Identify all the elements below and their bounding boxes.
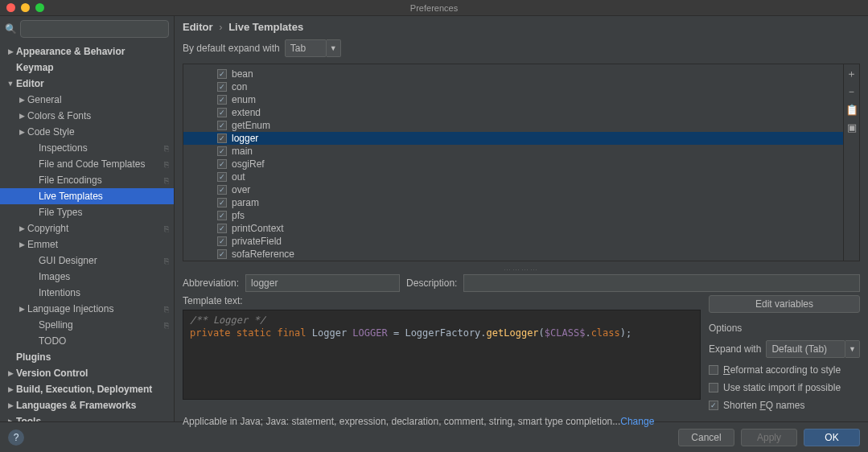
tree-item[interactable]: ▶Intentions (0, 285, 174, 301)
change-context-link[interactable]: Change (620, 416, 654, 427)
template-item[interactable]: ✓con (183, 80, 843, 93)
tree-item[interactable]: ▶Appearance & Behavior (0, 43, 174, 60)
apply-button[interactable]: Apply (741, 429, 797, 446)
expand-with-inner-select[interactable]: Default (Tab) (766, 340, 845, 358)
tree-item[interactable]: ▶Live Templates (0, 188, 174, 204)
tree-arrow-icon: ▶ (18, 240, 26, 249)
tree-item[interactable]: ▶GUI Designer⎘ (0, 253, 174, 269)
tree-item[interactable]: ▶File Types (0, 204, 174, 220)
template-item[interactable]: ✓printContext (183, 222, 843, 235)
tree-arrow-icon: ▶ (6, 385, 14, 393)
template-text-editor[interactable]: /** Logger */ private static final Logge… (183, 310, 701, 400)
template-checkbox[interactable]: ✓ (217, 95, 227, 105)
tree-item[interactable]: ▶Language Injections⎘ (0, 301, 174, 317)
template-checkbox[interactable]: ✓ (217, 121, 227, 130)
edit-variables-button[interactable]: Edit variables (709, 295, 860, 313)
tree-item[interactable]: ▶Code Style (0, 124, 174, 140)
window-close-button[interactable] (6, 3, 15, 12)
options-title: Options (709, 323, 860, 334)
template-item[interactable]: ✓getEnum (183, 119, 843, 132)
tree-item-label: File Types (39, 207, 169, 218)
template-checkbox[interactable]: ✓ (217, 134, 227, 143)
breadcrumb-separator: › (219, 21, 222, 33)
template-item[interactable]: ✓privateField (183, 235, 843, 248)
template-checkbox[interactable]: ✓ (217, 198, 227, 208)
breadcrumb-current: Live Templates (228, 21, 303, 33)
tree-item-label: Code Style (27, 126, 169, 138)
template-checkbox[interactable]: ✓ (217, 82, 227, 92)
expand-with-inner-arrow[interactable]: ▼ (845, 340, 860, 358)
tree-item[interactable]: ▶Build, Execution, Deployment (0, 381, 174, 397)
tree-item[interactable]: ▶Tools (0, 413, 174, 421)
template-checkbox[interactable]: ✓ (217, 249, 227, 259)
add-template-button[interactable]: ＋ (845, 68, 858, 80)
template-checkbox[interactable]: ✓ (217, 224, 227, 233)
expand-with-select[interactable]: Tab (285, 39, 327, 57)
expand-with-dropdown-arrow[interactable]: ▼ (327, 39, 341, 57)
titlebar[interactable]: Preferences (0, 0, 868, 16)
template-list[interactable]: ✓bean✓con✓enum✓extend✓getEnum✓logger✓mai… (183, 64, 843, 261)
shorten-fq-option[interactable]: ✓ Shorten FQ names (709, 400, 860, 411)
settings-tree[interactable]: ▶Appearance & Behavior▶Keymap▼Editor▶Gen… (0, 42, 174, 421)
tree-item[interactable]: ▶Images (0, 269, 174, 285)
template-name: getEnum (232, 120, 270, 131)
template-item[interactable]: ✓osgiRef (183, 158, 843, 171)
tree-item-label: Tools (16, 416, 169, 421)
template-item[interactable]: ✓enum (183, 93, 843, 106)
tree-item-label: Build, Execution, Deployment (16, 384, 169, 395)
template-side-toolbar: ＋ － 📋 ▣ (843, 64, 859, 261)
template-checkbox[interactable]: ✓ (217, 185, 227, 195)
tree-item[interactable]: ▶File and Code Templates⎘ (0, 156, 174, 172)
template-checkbox[interactable]: ✓ (217, 211, 227, 220)
template-item[interactable]: ✓out (183, 171, 843, 183)
tree-item[interactable]: ▶General (0, 92, 174, 108)
cancel-button[interactable]: Cancel (678, 429, 734, 446)
template-checkbox[interactable]: ✓ (217, 69, 227, 79)
static-import-option[interactable]: Use static import if possible (709, 382, 860, 393)
ok-button[interactable]: OK (804, 429, 860, 446)
static-import-checkbox[interactable] (709, 383, 718, 392)
tree-item[interactable]: ▶Copyright⎘ (0, 220, 174, 236)
tree-item-label: Spelling (39, 319, 161, 331)
window-minimize-button[interactable] (21, 3, 30, 12)
template-item[interactable]: ✓over (183, 183, 843, 196)
tree-item[interactable]: ▶Keymap (0, 60, 174, 76)
template-item[interactable]: ✓param (183, 196, 843, 209)
help-button[interactable]: ? (8, 429, 24, 446)
template-settings-button[interactable]: ▣ (845, 121, 858, 134)
reformat-checkbox[interactable] (709, 365, 718, 375)
window-maximize-button[interactable] (35, 3, 44, 12)
tree-item[interactable]: ▼Editor (0, 76, 174, 92)
copy-template-button[interactable]: 📋 (845, 103, 858, 116)
search-input[interactable] (20, 20, 169, 38)
tree-item[interactable]: ▶Plugins (0, 349, 174, 365)
template-item[interactable]: ✓sofaReference (183, 248, 843, 261)
template-item[interactable]: ✓pfs (183, 209, 843, 222)
tree-item[interactable]: ▶Colors & Fonts (0, 108, 174, 124)
description-input[interactable] (463, 274, 860, 292)
template-item[interactable]: ✓extend (183, 106, 843, 119)
tree-item[interactable]: ▶Spelling⎘ (0, 317, 174, 333)
template-checkbox[interactable]: ✓ (217, 172, 227, 182)
template-checkbox[interactable]: ✓ (217, 146, 227, 156)
tree-item[interactable]: ▶File Encodings⎘ (0, 172, 174, 188)
tree-item[interactable]: ▶Languages & Frameworks (0, 397, 174, 413)
template-name: pfs (232, 210, 245, 221)
tree-item[interactable]: ▶Emmet (0, 236, 174, 253)
template-item[interactable]: ✓main (183, 145, 843, 158)
tree-arrow-icon: ▶ (6, 417, 14, 421)
abbreviation-label: Abbreviation: (183, 277, 239, 289)
template-item[interactable]: ✓bean (183, 68, 843, 80)
remove-template-button[interactable]: － (845, 85, 858, 98)
template-checkbox[interactable]: ✓ (217, 159, 227, 169)
tree-item[interactable]: ▶Inspections⎘ (0, 140, 174, 156)
template-name: out (232, 171, 245, 183)
tree-item[interactable]: ▶TODO (0, 333, 174, 349)
reformat-option[interactable]: Reformat according to style (709, 364, 860, 376)
template-item[interactable]: ✓logger (183, 132, 843, 145)
template-checkbox[interactable]: ✓ (217, 108, 227, 117)
shorten-fq-checkbox[interactable]: ✓ (709, 401, 718, 410)
tree-item[interactable]: ▶Version Control (0, 365, 174, 381)
abbreviation-input[interactable] (245, 274, 400, 292)
template-checkbox[interactable]: ✓ (217, 236, 227, 246)
